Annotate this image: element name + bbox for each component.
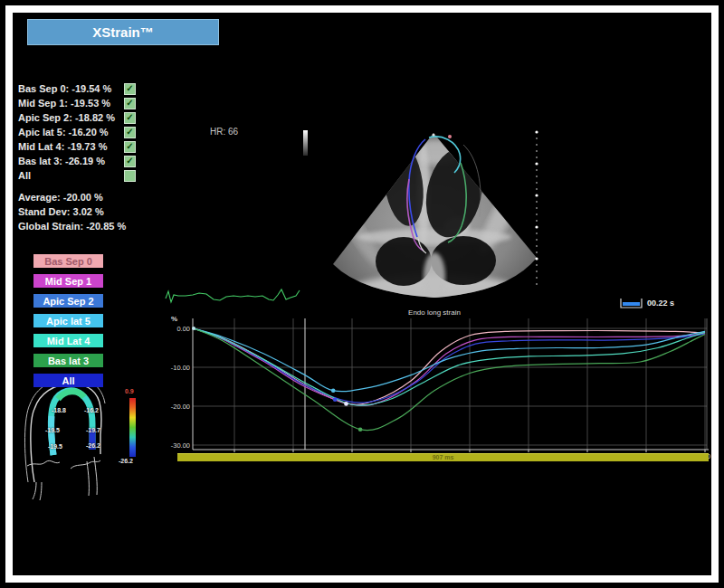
measurement-row: Apic lat 5: -16.20 %✓ bbox=[18, 125, 136, 139]
measurement-checkbox[interactable]: ✓ bbox=[124, 127, 136, 138]
color-scale-min: -26.2 bbox=[119, 458, 133, 464]
bullseye-segment-value: -19.5 bbox=[45, 427, 60, 433]
measurement-label: Apic lat 5: -16.20 % bbox=[18, 127, 124, 138]
segment-button[interactable]: Bas Sep 0 bbox=[33, 254, 103, 268]
measurement-row: Mid Sep 1: -19.53 %✓ bbox=[18, 96, 136, 110]
timeline-bar[interactable]: 907 ms bbox=[177, 453, 709, 461]
bullseye-segment-value: -19.7 bbox=[86, 427, 100, 433]
y-axis-unit: % bbox=[171, 315, 177, 323]
measurement-checkbox[interactable]: ✓ bbox=[124, 156, 136, 167]
measurement-row: Bas lat 3: -26.19 %✓ bbox=[18, 154, 136, 168]
measurement-row: Mid Lat 4: -19.73 %✓ bbox=[18, 139, 136, 154]
measurement-label: Bas lat 3: -26.19 % bbox=[18, 156, 124, 166]
app-title-button[interactable]: XStrain™ bbox=[27, 19, 219, 45]
measurement-label: All bbox=[18, 170, 124, 181]
segment-button[interactable]: Bas lat 3 bbox=[33, 354, 103, 367]
measurement-label: Bas Sep 0: -19.54 % bbox=[18, 83, 124, 94]
segment-button[interactable]: Apic lat 5 bbox=[33, 314, 103, 327]
stat-label: Stand Dev: 3.02 % bbox=[18, 206, 126, 221]
measurement-checkbox[interactable]: ✓ bbox=[124, 112, 136, 124]
grayscale-bar bbox=[303, 130, 308, 156]
color-scale-max: 0.9 bbox=[125, 388, 134, 394]
stats-list: Average: -20.00 %Stand Dev: 3.02 %Global… bbox=[18, 192, 126, 235]
heart-rate-label: HR: 66 bbox=[210, 127, 238, 137]
color-scale-bar bbox=[129, 398, 136, 457]
measurement-checkbox[interactable]: ✓ bbox=[124, 83, 136, 95]
bullseye-segment-value: -18.8 bbox=[52, 407, 66, 413]
timer-value: 00.22 s bbox=[647, 299, 674, 308]
measurement-checkbox[interactable]: ✓ bbox=[124, 170, 136, 182]
measurement-list: Bas Sep 0: -19.54 %✓Mid Sep 1: -19.53 %✓… bbox=[18, 81, 136, 183]
measurement-checkbox[interactable]: ✓ bbox=[124, 141, 136, 153]
chart-title: Endo long strain bbox=[389, 308, 480, 317]
stat-label: Global Strain: -20.85 % bbox=[18, 221, 126, 235]
measurement-row: Bas Sep 0: -19.54 %✓ bbox=[18, 81, 136, 96]
bullseye-segment-value: -16.2 bbox=[84, 407, 99, 413]
segment-button[interactable]: Apic Sep 2 bbox=[33, 294, 103, 308]
measurement-row: Apic Sep 2: -18.82 %✓ bbox=[18, 110, 136, 125]
segment-button-stack: Bas Sep 0Mid Sep 1Apic Sep 2Apic lat 5Mi… bbox=[33, 254, 103, 387]
stat-label: Average: -20.00 % bbox=[18, 192, 126, 206]
segment-button[interactable]: All bbox=[33, 374, 103, 387]
bullseye-segment-value: -19.5 bbox=[48, 443, 62, 450]
measurement-row: All✓ bbox=[18, 168, 136, 183]
segment-button[interactable]: Mid Lat 4 bbox=[33, 334, 103, 347]
measurement-label: Mid Sep 1: -19.53 % bbox=[18, 98, 124, 109]
timeline-duration-label: 907 ms bbox=[433, 454, 454, 461]
measurement-label: Mid Lat 4: -19.73 % bbox=[18, 141, 124, 152]
bullseye-segment-value: -26.2 bbox=[86, 442, 100, 449]
measurement-label: Apic Sep 2: -18.82 % bbox=[18, 112, 124, 123]
measurement-checkbox[interactable]: ✓ bbox=[124, 98, 136, 109]
segment-button[interactable]: Mid Sep 1 bbox=[33, 274, 103, 288]
